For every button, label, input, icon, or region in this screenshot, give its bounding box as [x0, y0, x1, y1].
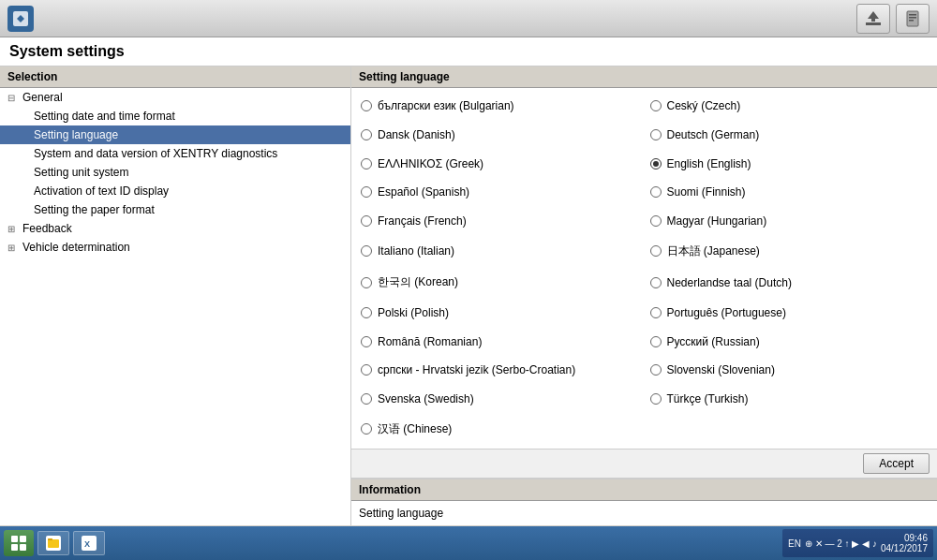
radio-ko[interactable] — [361, 277, 372, 288]
svg-rect-4 — [909, 14, 916, 16]
radio-en[interactable] — [650, 158, 662, 169]
lang-item-pt[interactable]: Português (Portuguese) — [645, 299, 934, 328]
tree-item-general[interactable]: ⊟General — [0, 88, 350, 107]
svg-rect-8 — [20, 536, 26, 542]
lang-item-zh[interactable]: 汉语 (Chinese) — [355, 413, 645, 445]
languages-grid: български език (Bulgarian)Ceský (Czech)D… — [351, 88, 937, 449]
lang-item-nl[interactable]: Nederlandse taal (Dutch) — [645, 267, 934, 299]
svg-rect-1 — [866, 22, 881, 25]
radio-pl[interactable] — [361, 307, 372, 318]
lang-label-da: Dansk (Danish) — [378, 128, 455, 141]
radio-ja[interactable] — [650, 245, 662, 257]
radio-hu[interactable] — [650, 215, 662, 227]
title-bar — [0, 0, 937, 37]
lang-item-da[interactable]: Dansk (Danish) — [355, 121, 645, 150]
radio-ro[interactable] — [361, 336, 372, 347]
tray-lang: EN — [788, 538, 801, 549]
lang-item-hu[interactable]: Magyar (Hungarian) — [645, 207, 934, 236]
lang-label-sl: Slovenski (Slovenian) — [667, 363, 775, 376]
radio-da[interactable] — [361, 129, 372, 140]
lang-label-ko: 한국의 (Korean) — [378, 274, 458, 290]
app-icon — [7, 6, 34, 32]
tree-item-unit-system[interactable]: Setting unit system — [0, 163, 350, 182]
lang-item-ko[interactable]: 한국의 (Korean) — [355, 267, 645, 299]
lang-item-ru[interactable]: Русский (Russian) — [645, 327, 934, 356]
svg-rect-11 — [48, 539, 59, 548]
lang-item-cs[interactable]: Ceský (Czech) — [645, 92, 934, 121]
lang-item-sv[interactable]: Svenska (Swedish) — [355, 385, 645, 414]
radio-el[interactable] — [361, 158, 372, 169]
title-bar-left — [7, 6, 34, 32]
radio-zh[interactable] — [361, 423, 372, 435]
taskbar-right: EN ⊕ ✕ — 2 ↑ ▶ ◀ ♪ 09:46 04/12/2017 — [782, 529, 933, 557]
radio-es[interactable] — [361, 186, 372, 198]
lang-item-sr[interactable]: српски - Hrvatski jezik (Serbo-Croatian) — [355, 356, 645, 385]
tree-item-lang[interactable]: Setting language — [0, 125, 350, 144]
tree-item-xentry-version[interactable]: System and data version of XENTRY diagno… — [0, 144, 350, 163]
lang-label-it: Italiano (Italian) — [378, 244, 454, 258]
upload-button[interactable] — [856, 4, 890, 34]
clock-time: 09:46 — [881, 533, 928, 543]
radio-it[interactable] — [361, 245, 372, 257]
radio-ru[interactable] — [650, 336, 662, 347]
lang-item-bg[interactable]: български език (Bulgarian) — [355, 92, 645, 121]
radio-fi[interactable] — [650, 186, 662, 198]
tree-label-lang: Setting language — [34, 128, 118, 141]
clock-date: 04/12/2017 — [881, 543, 928, 553]
lang-item-pl[interactable]: Polski (Polish) — [355, 299, 645, 328]
info-panel: Information Setting language — [351, 479, 937, 525]
lang-item-ro[interactable]: Română (Romanian) — [355, 327, 645, 356]
tree-item-date-time[interactable]: Setting date and time format — [0, 107, 350, 125]
manual-button[interactable] — [896, 4, 930, 34]
tree-item-feedback[interactable]: ⊞Feedback — [0, 219, 350, 238]
files-icon — [46, 536, 61, 551]
languages-header: Setting language — [351, 66, 937, 88]
lang-item-tr[interactable]: Türkçe (Turkish) — [645, 385, 934, 414]
svg-rect-5 — [909, 17, 916, 19]
lang-item-it[interactable]: Italiano (Italian) — [355, 235, 645, 267]
radio-tr[interactable] — [650, 393, 662, 405]
radio-de[interactable] — [650, 129, 662, 140]
system-tray: EN ⊕ ✕ — 2 ↑ ▶ ◀ ♪ 09:46 04/12/2017 — [782, 529, 933, 557]
svg-rect-9 — [11, 544, 18, 551]
svg-marker-2 — [868, 11, 879, 22]
page-title: System settings — [0, 37, 937, 66]
tree-item-text-id[interactable]: Activation of text ID display — [0, 182, 350, 200]
lang-item-es[interactable]: Español (Spanish) — [355, 178, 645, 207]
svg-rect-12 — [48, 538, 52, 540]
accept-row: Accept — [351, 449, 937, 479]
lang-item-fr[interactable]: Français (French) — [355, 207, 645, 236]
start-button[interactable] — [4, 530, 34, 556]
lang-item-el[interactable]: ΕΛΛΗΝΙΚΟΣ (Greek) — [355, 149, 645, 178]
taskbar-files[interactable] — [37, 531, 69, 555]
lang-label-pt: Português (Portuguese) — [667, 306, 786, 319]
lang-item-fi[interactable]: Suomi (Finnish) — [645, 178, 934, 207]
lang-label-es: Español (Spanish) — [378, 185, 469, 199]
lang-item-sl[interactable]: Slovenski (Slovenian) — [645, 356, 934, 385]
lang-label-cs: Ceský (Czech) — [667, 99, 741, 112]
lang-item-en[interactable]: English (English) — [645, 149, 934, 178]
lang-item-ja[interactable]: 日本語 (Japanese) — [645, 235, 934, 267]
lang-label-hu: Magyar (Hungarian) — [667, 214, 767, 228]
tree-label-feedback: Feedback — [22, 222, 72, 235]
info-panel-header: Information — [351, 479, 937, 501]
radio-fr[interactable] — [361, 215, 372, 227]
radio-nl[interactable] — [650, 277, 662, 288]
lang-label-pl: Polski (Polish) — [378, 306, 449, 319]
tree-label-paper: Setting the paper format — [34, 203, 155, 216]
radio-pt[interactable] — [650, 307, 662, 318]
lang-item-de[interactable]: Deutsch (German) — [645, 121, 934, 150]
tree-item-vehicle[interactable]: ⊞Vehicle determination — [0, 238, 350, 257]
lang-label-fi: Suomi (Finnish) — [667, 185, 746, 199]
accept-button[interactable]: Accept — [863, 453, 930, 474]
radio-sl[interactable] — [650, 364, 662, 376]
taskbar-xentry[interactable]: X — [73, 531, 105, 555]
lang-label-de: Deutsch (German) — [667, 128, 760, 141]
radio-bg[interactable] — [361, 100, 372, 111]
svg-rect-3 — [907, 11, 918, 26]
radio-cs[interactable] — [650, 100, 662, 111]
radio-sv[interactable] — [361, 393, 372, 405]
radio-sr[interactable] — [361, 364, 372, 376]
tray-icons: ⊕ ✕ — 2 ↑ ▶ ◀ ♪ — [805, 538, 877, 549]
tree-item-paper[interactable]: Setting the paper format — [0, 200, 350, 219]
